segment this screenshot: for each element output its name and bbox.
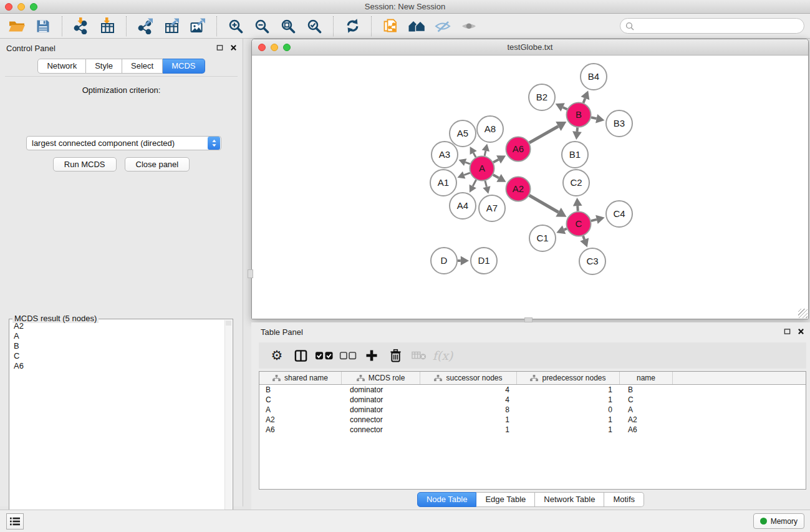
graph-node-C2[interactable]: C2 bbox=[563, 170, 589, 196]
graph-node-B1[interactable]: B1 bbox=[562, 142, 588, 168]
mcds-result-item[interactable]: B bbox=[9, 341, 224, 351]
add-row-icon[interactable] bbox=[360, 345, 383, 366]
tab-motifs[interactable]: Motifs bbox=[604, 492, 644, 507]
graph-node-A5[interactable]: A5 bbox=[450, 120, 476, 147]
graph-edge-A2-C[interactable] bbox=[529, 195, 567, 217]
table-row[interactable]: Bdominator41B bbox=[259, 385, 806, 395]
deselect-all-columns-icon[interactable] bbox=[337, 345, 359, 366]
show-graphics-details-icon[interactable] bbox=[458, 16, 480, 36]
graph-edge-A6-B[interactable] bbox=[529, 122, 567, 143]
graph-edge-D-D1[interactable] bbox=[458, 256, 469, 266]
graph-edge-A-A5[interactable] bbox=[470, 147, 477, 157]
graph-node-A7[interactable]: A7 bbox=[479, 195, 505, 221]
graph-node-A3[interactable]: A3 bbox=[432, 142, 458, 168]
graph-node-B2[interactable]: B2 bbox=[529, 84, 555, 110]
graph-edge-C-C4[interactable] bbox=[591, 215, 605, 224]
search-input[interactable] bbox=[637, 21, 793, 31]
close-table-panel-icon[interactable] bbox=[797, 327, 805, 336]
mcds-result-item[interactable]: A2 bbox=[9, 321, 224, 331]
table-settings-icon[interactable]: ⚙ bbox=[266, 345, 288, 366]
delete-rows-icon[interactable] bbox=[384, 345, 407, 366]
open-file-icon[interactable] bbox=[6, 16, 27, 36]
memory-button[interactable]: Memory bbox=[753, 513, 804, 529]
home-layout-icon[interactable] bbox=[406, 16, 427, 36]
graph-node-A[interactable]: A bbox=[470, 157, 494, 181]
table-row[interactable]: Cdominator41C bbox=[259, 395, 806, 405]
refresh-view-icon[interactable] bbox=[342, 16, 363, 36]
hide-graphics-details-icon[interactable] bbox=[432, 16, 453, 36]
close-panel-icon[interactable] bbox=[229, 44, 238, 52]
graph-node-D1[interactable]: D1 bbox=[471, 248, 497, 274]
graph-edge-A-A1[interactable] bbox=[458, 172, 470, 179]
table-row[interactable]: Adominator80A bbox=[259, 405, 806, 415]
float-table-panel-icon[interactable] bbox=[783, 327, 791, 336]
task-history-button[interactable] bbox=[6, 513, 24, 530]
split-handle-vertical[interactable] bbox=[248, 269, 253, 278]
graph-node-A8[interactable]: A8 bbox=[477, 116, 503, 142]
graph-node-B[interactable]: B bbox=[567, 103, 591, 127]
column-header-shared-name[interactable]: shared name bbox=[259, 372, 342, 384]
table-row[interactable]: A6connector11A6 bbox=[259, 425, 806, 435]
save-session-icon[interactable] bbox=[32, 16, 54, 36]
network-from-file-icon[interactable] bbox=[380, 16, 401, 36]
graph-edge-C-C3[interactable] bbox=[580, 236, 589, 247]
float-panel-icon[interactable] bbox=[216, 44, 224, 52]
split-handle-horizontal[interactable] bbox=[524, 317, 533, 322]
column-header-name[interactable]: name bbox=[620, 372, 673, 384]
network-canvas[interactable]: B4B2BB3A8A5A6A3B1AC2A1A2A4A7C4CC1DD1C3 bbox=[252, 56, 808, 319]
tab-node-table[interactable]: Node Table bbox=[417, 492, 477, 507]
show-columns-icon[interactable] bbox=[289, 345, 312, 366]
graph-node-C[interactable]: C bbox=[567, 212, 591, 236]
zoom-selected-icon[interactable] bbox=[304, 16, 325, 36]
column-header-MCDS-role[interactable]: MCDS role bbox=[342, 372, 420, 384]
import-table-icon[interactable] bbox=[97, 16, 118, 36]
zoom-fit-icon[interactable] bbox=[277, 16, 299, 36]
run-mcds-button[interactable]: Run MCDS bbox=[53, 157, 117, 172]
table-row[interactable]: A2connector11A2 bbox=[259, 415, 806, 425]
export-image-icon[interactable] bbox=[187, 16, 208, 36]
zoom-in-icon[interactable] bbox=[225, 16, 246, 36]
graph-edge-A-A7[interactable] bbox=[483, 181, 490, 194]
graph-node-A6[interactable]: A6 bbox=[506, 137, 531, 162]
graph-edge-A-A2[interactable] bbox=[493, 174, 506, 182]
tab-network[interactable]: Network bbox=[37, 59, 86, 74]
close-panel-button[interactable]: Close panel bbox=[125, 157, 190, 172]
mcds-result-item[interactable]: C bbox=[9, 351, 224, 361]
tab-select[interactable]: Select bbox=[122, 59, 163, 74]
mcds-result-item[interactable]: A6 bbox=[9, 361, 224, 371]
graph-edge-A-A4[interactable] bbox=[470, 180, 476, 192]
column-header-predecessor-nodes[interactable]: predecessor nodes bbox=[517, 372, 620, 384]
graph-edge-C-C2[interactable] bbox=[573, 198, 582, 211]
tab-mcds[interactable]: MCDS bbox=[163, 59, 205, 74]
graph-edge-B-B3[interactable] bbox=[591, 114, 604, 123]
column-header-successor-nodes[interactable]: successor nodes bbox=[420, 372, 517, 384]
select-all-columns-icon[interactable] bbox=[313, 345, 335, 366]
resize-grip-icon[interactable] bbox=[798, 309, 808, 318]
graph-edge-A-A8[interactable] bbox=[482, 144, 489, 156]
zoom-out-icon[interactable] bbox=[251, 16, 272, 36]
tab-style[interactable]: Style bbox=[86, 59, 122, 74]
export-network-icon[interactable] bbox=[135, 16, 156, 36]
graph-node-B4[interactable]: B4 bbox=[581, 64, 607, 90]
result-scrollbar[interactable] bbox=[224, 320, 232, 530]
graph-node-D[interactable]: D bbox=[431, 248, 457, 274]
graph-edge-A-A6[interactable] bbox=[493, 155, 506, 163]
graph-edge-B-B2[interactable] bbox=[556, 103, 567, 111]
export-table-icon[interactable] bbox=[161, 16, 182, 36]
criterion-dropdown[interactable]: largest connected component (directed) bbox=[26, 136, 221, 150]
graph-edge-B-B4[interactable] bbox=[581, 90, 589, 103]
graph-node-A4[interactable]: A4 bbox=[450, 193, 476, 219]
graph-node-C1[interactable]: C1 bbox=[529, 225, 556, 251]
graph-node-A1[interactable]: A1 bbox=[430, 170, 456, 196]
graph-node-C4[interactable]: C4 bbox=[606, 201, 632, 227]
import-network-icon[interactable] bbox=[70, 16, 92, 36]
graph-edge-C-C1[interactable] bbox=[556, 225, 567, 234]
graph-edge-A-A3[interactable] bbox=[459, 158, 470, 166]
tab-network-table[interactable]: Network Table bbox=[535, 492, 604, 507]
mcds-result-item[interactable]: A bbox=[9, 331, 224, 341]
graph-node-C3[interactable]: C3 bbox=[579, 248, 605, 274]
graph-edge-B-B1[interactable] bbox=[572, 127, 582, 140]
tab-edge-table[interactable]: Edge Table bbox=[476, 492, 535, 507]
graph-node-A2[interactable]: A2 bbox=[506, 177, 531, 201]
graph-node-B3[interactable]: B3 bbox=[606, 110, 632, 137]
